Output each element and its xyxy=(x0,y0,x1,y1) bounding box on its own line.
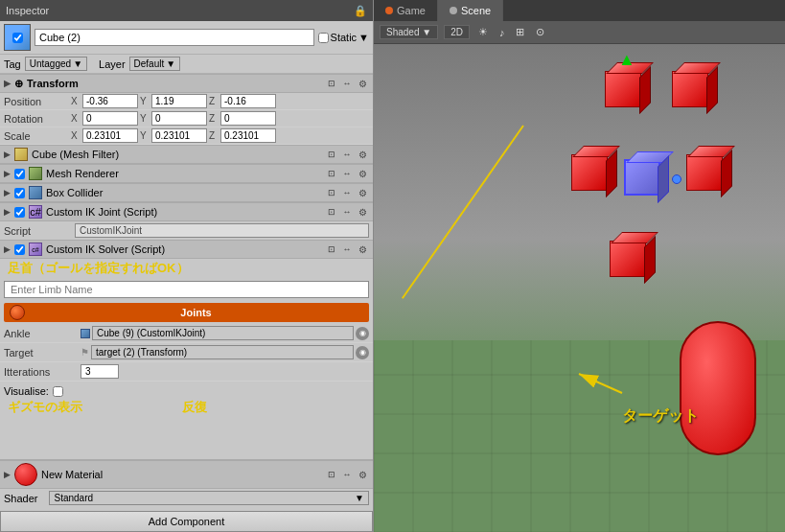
mr-gear[interactable]: ⚙ xyxy=(356,167,369,180)
joints-row: Joints xyxy=(4,303,369,322)
rot-z-field[interactable] xyxy=(220,111,276,126)
iterations-row: Itterations xyxy=(0,362,373,382)
mat-ctrl-1[interactable]: ⊡ xyxy=(325,468,338,481)
visualise-checkbox[interactable] xyxy=(53,386,63,397)
rotation-label: Rotation xyxy=(4,113,71,125)
cube-top-right xyxy=(672,71,708,107)
mf-ctrl-2[interactable]: ↔ xyxy=(340,148,354,161)
position-inputs: X Y Z xyxy=(71,94,369,108)
target-value: ⚑ target (2) (Transform) ◉ xyxy=(81,345,369,359)
material-label: New Material xyxy=(41,469,103,480)
ik-joint-fold[interactable]: ▶ xyxy=(4,207,11,217)
rot-x-field[interactable] xyxy=(82,111,138,126)
ik-solver-checkbox[interactable] xyxy=(14,244,25,255)
ankle-select-btn[interactable]: ◉ xyxy=(356,327,369,340)
target-field[interactable]: target (2) (Transform) xyxy=(91,345,354,359)
layer-label: Layer xyxy=(99,58,126,70)
ankle-field[interactable]: Cube (9) (CustomIKJoint) xyxy=(92,326,354,340)
mesh-renderer-checkbox[interactable] xyxy=(14,169,25,179)
box-collider-checkbox[interactable] xyxy=(14,188,25,198)
mat-ctrl-2[interactable]: ↔ xyxy=(340,468,354,481)
mf-ctrl-1[interactable]: ⊡ xyxy=(325,148,338,161)
target-select-btn[interactable]: ◉ xyxy=(356,346,369,359)
scene-tab-label: Scene xyxy=(461,5,491,16)
ikj-ctrl-1[interactable]: ⊡ xyxy=(325,205,338,219)
ik-solver-controls: ⊡ ↔ ⚙ xyxy=(325,243,369,256)
tag-dropdown[interactable]: Untagged ▼ xyxy=(25,57,87,71)
pos-z-field[interactable] xyxy=(220,94,276,108)
rot-x-label: X xyxy=(71,113,81,124)
mf-gear[interactable]: ⚙ xyxy=(356,148,369,161)
iks-gear[interactable]: ⚙ xyxy=(356,243,369,256)
inspector-titlebar: Inspector 🔒 xyxy=(0,0,373,21)
ik-joint-header: ▶ c# Custom IK Joint (Script) ⊡ ↔ ⚙ xyxy=(0,202,373,221)
gizmo-btn[interactable]: ⊙ xyxy=(533,25,547,39)
fx-btn[interactable]: ⊞ xyxy=(513,25,527,39)
mesh-filter-fold[interactable]: ▶ xyxy=(4,150,11,159)
scale-y-field[interactable] xyxy=(151,128,207,143)
bc-gear[interactable]: ⚙ xyxy=(356,186,369,199)
bc-ctrl-1[interactable]: ⊡ xyxy=(325,186,338,199)
add-component-button[interactable]: Add Component xyxy=(0,511,373,532)
static-container: Static ▼ xyxy=(318,32,369,43)
2d-button[interactable]: 2D xyxy=(444,25,470,39)
bc-ctrl-2[interactable]: ↔ xyxy=(340,186,354,199)
ik-solver-fold[interactable]: ▶ xyxy=(4,244,11,254)
lock-icon[interactable]: 🔒 xyxy=(354,5,367,17)
audio-btn[interactable]: ♪ xyxy=(496,26,508,39)
iks-ctrl-1[interactable]: ⊡ xyxy=(325,243,338,256)
static-checkbox[interactable] xyxy=(318,33,329,43)
cube-selected: ▶ xyxy=(624,159,660,196)
material-fold[interactable]: ▶ xyxy=(4,470,11,479)
ankle-label: Ankle xyxy=(4,328,81,339)
transform-ctrl-1[interactable]: ⊡ xyxy=(325,77,338,90)
ik-solver-label: Custom IK Solver (Script) xyxy=(46,243,165,255)
static-dropdown-arrow[interactable]: ▼ xyxy=(358,32,369,43)
ik-joint-script-field[interactable]: CustomIKJoint xyxy=(75,223,369,238)
ik-joint-checkbox[interactable] xyxy=(14,207,25,218)
tab-game[interactable]: Game xyxy=(374,0,438,21)
mesh-filter-label: Cube (Mesh Filter) xyxy=(32,149,119,160)
shader-dropdown[interactable]: Standard ▼ xyxy=(49,491,369,505)
viewport-panel: Game Scene Shaded ▼ 2D ☀ ♪ ⊞ ⊙ ▲ xyxy=(374,0,785,532)
target-type-icon: ⚑ xyxy=(81,347,89,358)
object-active-checkbox[interactable] xyxy=(12,33,23,43)
iks-ctrl-2[interactable]: ↔ xyxy=(340,243,354,256)
pos-x-field[interactable] xyxy=(82,94,138,108)
tab-scene[interactable]: Scene xyxy=(438,0,503,21)
scale-z-field[interactable] xyxy=(220,128,276,143)
mr-ctrl-2[interactable]: ↔ xyxy=(340,167,354,180)
mesh-renderer-fold[interactable]: ▶ xyxy=(4,169,11,178)
pos-y-field[interactable] xyxy=(151,94,207,108)
transform-ctrl-2[interactable]: ↔ xyxy=(340,77,354,90)
box-collider-fold[interactable]: ▶ xyxy=(4,188,11,197)
cube-mid-right xyxy=(686,154,723,191)
transform-fold-arrow[interactable]: ▶ xyxy=(4,79,11,88)
iterations-field[interactable] xyxy=(81,364,119,379)
light-btn[interactable]: ☀ xyxy=(475,25,491,39)
target-row: Target ⚑ target (2) (Transform) ◉ xyxy=(0,343,373,362)
shader-value: Standard xyxy=(54,493,93,503)
ik-solver-header: ▶ c# Custom IK Solver (Script) ⊡ ↔ ⚙ xyxy=(0,241,373,259)
ikj-ctrl-2[interactable]: ↔ xyxy=(340,205,354,219)
shading-dropdown[interactable]: Shaded ▼ xyxy=(380,25,438,39)
limb-name-input[interactable] xyxy=(4,281,369,298)
position-row: Position X Y Z xyxy=(0,93,373,110)
scene-viewport: ▲ ▶ xyxy=(374,44,785,532)
object-name-field[interactable] xyxy=(35,29,314,46)
tag-dropdown-arrow: ▼ xyxy=(73,58,82,69)
scale-x-field[interactable] xyxy=(82,128,138,143)
mr-ctrl-1[interactable]: ⊡ xyxy=(325,167,338,180)
pos-z-label: Z xyxy=(209,96,219,106)
rotation-row: Rotation X Y Z xyxy=(0,110,373,127)
mesh-renderer-header: ▶ Mesh Renderer ⊡ ↔ ⚙ xyxy=(0,164,373,183)
ikj-gear[interactable]: ⚙ xyxy=(356,205,369,219)
iterations-label: Itterations xyxy=(4,366,81,378)
scale-inputs: X Y Z xyxy=(71,128,369,143)
annotations-row: ギズモの表示 反復 xyxy=(0,399,373,420)
transform-gear[interactable]: ⚙ xyxy=(356,77,369,90)
layer-dropdown[interactable]: Default ▼ xyxy=(129,57,181,71)
target-arrow-svg xyxy=(569,369,627,398)
rot-y-field[interactable] xyxy=(151,111,207,126)
mat-gear[interactable]: ⚙ xyxy=(356,468,369,481)
